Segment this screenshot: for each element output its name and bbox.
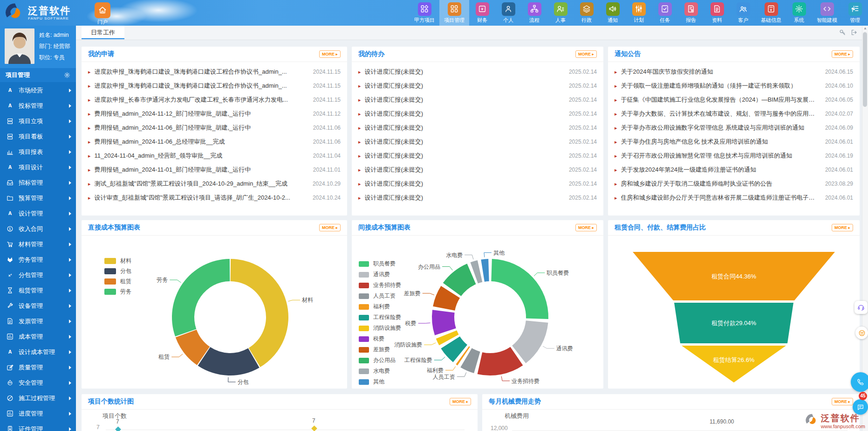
more-button[interactable]: MORE ▸ — [832, 398, 853, 405]
list-item[interactable]: ▸住房和城乡建设部办公厅关于同意吉林省开展二级建造师注册证书电子化试点...20… — [608, 191, 860, 205]
legend-item[interactable]: 职员餐费 — [359, 258, 401, 269]
list-item[interactable]: ▸设计进度汇报(未提交)2025.02.14 — [352, 191, 603, 205]
list-item[interactable]: ▸测试_彭祖新城"四馆"景观工程设计项目_2024-10-29_admin_结束… — [82, 177, 347, 191]
data-point-marker[interactable] — [115, 426, 121, 431]
donut-segment-材料[interactable] — [231, 259, 288, 367]
more-button[interactable]: MORE ▸ — [575, 50, 597, 58]
more-button[interactable]: MORE ▸ — [450, 398, 471, 405]
sidebar-item-项目设计[interactable]: A项目设计 — [0, 160, 76, 175]
legend-item[interactable]: 其他 — [359, 376, 401, 387]
list-item[interactable]: ▸关于举办大数据、云计算技术在城市建设、规划、管理与服务中的应用培训班...20… — [608, 107, 860, 121]
list-item[interactable]: ▸设计进度汇报(未提交)2025.02.14 — [352, 93, 603, 107]
list-item[interactable]: ▸设计进度汇报(未提交)2025.02.14 — [352, 65, 603, 79]
list-item[interactable]: ▸设计审查_彭祖新城"四馆"景观工程设计项目_请选择_胡广生_2024-10-2… — [82, 191, 347, 205]
more-button[interactable]: MORE ▸ — [832, 50, 853, 58]
list-item[interactable]: ▸设计进度汇报(未提交)2025.02.14 — [352, 149, 603, 163]
donut-segment-业务招待费[interactable] — [478, 347, 523, 375]
donut-segment-人员工资[interactable] — [460, 348, 480, 373]
legend-item[interactable]: 办公用品 — [359, 355, 401, 366]
tab-daily-work[interactable]: 日常工作 — [82, 26, 124, 39]
list-item[interactable]: ▸设计进度汇报(未提交)2025.02.14 — [352, 177, 603, 191]
sidebar-item-证件管理[interactable]: 证件管理 — [0, 421, 76, 431]
exit-icon[interactable] — [851, 29, 858, 36]
module-行政[interactable]: 行政 — [574, 0, 600, 26]
list-item[interactable]: ▸关于举办市政公用设施数字化管理信息 系统建设与应用培训班的通知2024.06.… — [608, 121, 860, 135]
list-item[interactable]: ▸设计进度汇报(未提交)2025.02.14 — [352, 121, 603, 135]
list-item[interactable]: ▸关于发放2024年第24批一级建造师注册证书的通知2024.06.01 — [608, 163, 860, 177]
legend-item[interactable]: 材料 — [104, 256, 131, 266]
chat-button[interactable] — [853, 399, 868, 415]
vertical-scrollbar[interactable]: ▲ — [862, 26, 868, 431]
module-报告[interactable]: 报告 — [678, 0, 704, 26]
donut-segment-职员餐费[interactable] — [491, 259, 548, 319]
funnel-segment-租赁结算[interactable] — [682, 346, 786, 382]
legend-item[interactable]: 税费 — [359, 334, 401, 344]
list-item[interactable]: ▸关于领取一级注册建造师增项贴的通知（须持一建证书前来领取）2024.06.10 — [608, 79, 860, 93]
module-甲方项目[interactable]: 甲方项目 — [410, 0, 439, 26]
data-point-marker[interactable] — [311, 425, 317, 431]
list-item[interactable]: ▸费用报销_admin_2024-11-12_部门经理审批_胡建,_运行中202… — [82, 107, 347, 121]
sidebar-item-劳务管理[interactable]: 劳务管理 — [0, 252, 76, 267]
sidebar-item-质量管理[interactable]: 质量管理 — [0, 360, 76, 375]
sidebar-item-市场经营[interactable]: A市场经营 — [0, 83, 76, 98]
sidebar-item-设计成本管理[interactable]: A设计成本管理 — [0, 344, 76, 360]
list-item[interactable]: ▸关于2024年国庆节放假安排的通知2024.06.15 — [608, 65, 860, 79]
donut-segment-分包[interactable] — [198, 347, 260, 375]
sidebar-item-租赁管理[interactable]: 租赁管理 — [0, 283, 76, 298]
list-item[interactable]: ▸费用报销_admin_2024-11-06_部门经理审批_胡建,_运行中202… — [82, 121, 347, 135]
module-客户[interactable]: 客户 — [730, 0, 756, 26]
donut-segment-通讯费[interactable] — [512, 320, 548, 363]
list-item[interactable]: ▸进度款申报_珠海鹤港口建设_珠海鹤港口建设工程合作协议书_admin_...2… — [82, 79, 347, 93]
module-管理[interactable]: 管理 — [842, 0, 868, 26]
list-item[interactable]: ▸费用报销_admin_2024-11-06_总经理审批__完成2024.11.… — [82, 135, 347, 149]
sidebar-item-材料管理[interactable]: 材料管理 — [0, 236, 76, 252]
sidebar-item-安全管理[interactable]: 安全管理 — [0, 375, 76, 390]
portal-button[interactable]: 门户 — [92, 1, 113, 26]
module-计划[interactable]: 计划 — [626, 0, 652, 26]
sidebar-item-成本管理[interactable]: 成本管理 — [0, 329, 76, 344]
phone-service-button[interactable] — [851, 372, 868, 392]
sidebar-item-施工过程管理[interactable]: 施工过程管理 — [0, 390, 76, 406]
more-button[interactable]: MORE ▸ — [832, 224, 853, 231]
list-item[interactable]: ▸费用报销_admin_2024-11-01_部门经理审批_胡建,_运行中202… — [82, 163, 347, 177]
legend-item[interactable]: 水电费 — [359, 366, 401, 376]
module-任务[interactable]: 任务 — [652, 0, 678, 26]
module-人事[interactable]: 人事 — [547, 0, 574, 26]
list-item[interactable]: ▸设计进度汇报(未提交)2025.02.14 — [352, 163, 603, 177]
sidebar-item-分包管理[interactable]: x²分包管理 — [0, 267, 76, 283]
legend-item[interactable]: 消防设施费 — [359, 323, 401, 334]
module-基础信息[interactable]: ¥基础信息 — [756, 0, 786, 26]
module-通知[interactable]: 通知 — [600, 0, 626, 26]
sidebar-item-投标管理[interactable]: A投标管理 — [0, 98, 76, 113]
legend-item[interactable]: 租赁 — [104, 276, 131, 286]
sidebar-item-设备管理[interactable]: 设备管理 — [0, 298, 76, 313]
service-smile-button[interactable] — [855, 327, 868, 339]
key-icon[interactable] — [839, 29, 846, 36]
list-item[interactable]: ▸进度款申报_长春市伊通河水力发电厂改建工程_长春市伊通河水力发电...2024… — [82, 93, 347, 107]
more-button[interactable]: MORE ▸ — [319, 50, 341, 58]
legend-item[interactable]: 业务招待费 — [359, 280, 401, 291]
more-button[interactable]: MORE ▸ — [575, 224, 597, 231]
module-财务[interactable]: ¥财务 — [469, 0, 495, 26]
list-item[interactable]: ▸设计进度汇报(未提交)2025.02.14 — [352, 79, 603, 93]
legend-item[interactable]: 分包 — [104, 266, 131, 276]
more-button[interactable]: MORE ▸ — [319, 224, 341, 231]
list-item[interactable]: ▸房和城乡建设厅关于取消二级建造师临时执业证书的公告2023.08.29 — [608, 177, 860, 191]
sidebar-item-预算管理[interactable]: 预算管理 — [0, 190, 76, 206]
donut-segment-劳务[interactable] — [172, 259, 230, 336]
legend-item[interactable]: 人员工资 — [359, 291, 401, 301]
list-item[interactable]: ▸进度款申报_珠海鹤港口建设_珠海鹤港口建设工程合作协议书_admin_...2… — [82, 65, 347, 79]
service-headset-button[interactable] — [854, 301, 868, 314]
scrollbar-up-arrow-icon[interactable]: ▲ — [862, 26, 868, 31]
legend-item[interactable]: 工程保险费 — [359, 312, 401, 323]
donut-segment-其他[interactable] — [481, 259, 489, 282]
sidebar-item-设计管理[interactable]: A设计管理 — [0, 206, 76, 221]
list-item[interactable]: ▸关于举办住房与房地产信息化 技术及应用培训班的通知2024.06.01 — [608, 135, 860, 149]
sidebar-item-项目立项[interactable]: 项目立项 — [0, 113, 76, 129]
gear-icon[interactable] — [64, 72, 70, 78]
donut-segment-税费[interactable] — [432, 310, 456, 335]
sidebar-item-发票管理[interactable]: 发票管理 — [0, 313, 76, 329]
sidebar-item-项目报表[interactable]: 项目报表 — [0, 144, 76, 160]
legend-item[interactable]: 差旅费 — [359, 344, 401, 355]
list-item[interactable]: ▸设计进度汇报(未提交)2025.02.14 — [352, 107, 603, 121]
